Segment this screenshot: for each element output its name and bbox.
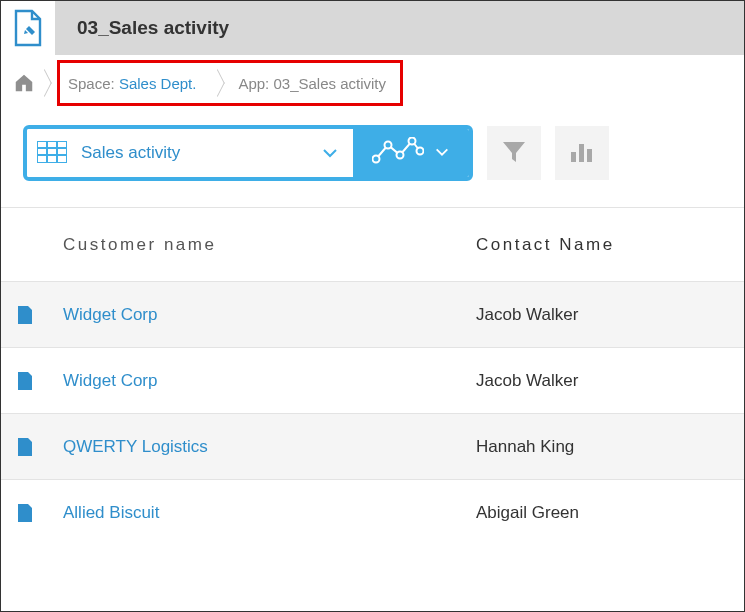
customer-link[interactable]: Widget Corp bbox=[63, 305, 157, 324]
view-selector-label: Sales activity bbox=[81, 143, 321, 163]
view-selector[interactable]: Sales activity bbox=[23, 125, 473, 181]
chevron-right-icon bbox=[37, 64, 55, 102]
breadcrumb: Space: Sales Dept. App: 03_Sales activit… bbox=[57, 60, 403, 106]
record-icon bbox=[1, 437, 49, 457]
chart-button[interactable] bbox=[555, 126, 609, 180]
table-row[interactable]: Widget Corp Jacob Walker bbox=[1, 347, 744, 413]
table-header-row: Customer name Contact Name bbox=[1, 207, 744, 281]
table-row[interactable]: Widget Corp Jacob Walker bbox=[1, 281, 744, 347]
view-graph-button[interactable] bbox=[353, 129, 469, 177]
record-icon bbox=[1, 503, 49, 523]
app-header: 03_Sales activity bbox=[1, 1, 744, 55]
breadcrumb-app-text: App: 03_Sales activity bbox=[238, 75, 386, 92]
view-toolbar: Sales activity bbox=[1, 111, 744, 207]
svg-rect-11 bbox=[579, 144, 584, 162]
breadcrumb-space-link[interactable]: Sales Dept. bbox=[119, 75, 197, 92]
app-doc-icon bbox=[1, 1, 55, 55]
svg-point-5 bbox=[373, 155, 380, 162]
grid-icon bbox=[37, 141, 67, 166]
breadcrumb-app: App: 03_Sales activity bbox=[238, 75, 386, 92]
contact-name: Jacob Walker bbox=[464, 305, 744, 325]
breadcrumb-row: Space: Sales Dept. App: 03_Sales activit… bbox=[1, 55, 744, 111]
funnel-icon bbox=[499, 137, 529, 170]
line-graph-icon bbox=[372, 137, 424, 170]
record-icon bbox=[1, 371, 49, 391]
filter-button[interactable] bbox=[487, 126, 541, 180]
record-icon bbox=[1, 305, 49, 325]
svg-point-8 bbox=[409, 137, 416, 144]
svg-point-9 bbox=[417, 147, 424, 154]
table-row[interactable]: Allied Biscuit Abigail Green bbox=[1, 479, 744, 545]
records-table: Customer name Contact Name Widget Corp J… bbox=[1, 207, 744, 545]
chevron-down-icon bbox=[434, 144, 450, 163]
customer-link[interactable]: QWERTY Logistics bbox=[63, 437, 208, 456]
page-title: 03_Sales activity bbox=[55, 17, 229, 39]
chevron-down-icon bbox=[321, 144, 339, 162]
view-selector-current[interactable]: Sales activity bbox=[27, 129, 353, 177]
svg-rect-0 bbox=[37, 141, 67, 163]
svg-point-7 bbox=[397, 151, 404, 158]
home-icon[interactable] bbox=[13, 72, 35, 94]
contact-name: Jacob Walker bbox=[464, 371, 744, 391]
svg-rect-10 bbox=[571, 152, 576, 162]
col-header-customer[interactable]: Customer name bbox=[49, 235, 464, 255]
customer-link[interactable]: Allied Biscuit bbox=[63, 503, 159, 522]
svg-point-6 bbox=[385, 141, 392, 148]
contact-name: Hannah King bbox=[464, 437, 744, 457]
table-row[interactable]: QWERTY Logistics Hannah King bbox=[1, 413, 744, 479]
chevron-right-icon bbox=[210, 64, 228, 102]
breadcrumb-space-prefix: Space: bbox=[68, 75, 119, 92]
bar-chart-icon bbox=[568, 138, 596, 169]
customer-link[interactable]: Widget Corp bbox=[63, 371, 157, 390]
contact-name: Abigail Green bbox=[464, 503, 744, 523]
svg-rect-12 bbox=[587, 149, 592, 162]
col-header-contact[interactable]: Contact Name bbox=[464, 235, 744, 255]
breadcrumb-space[interactable]: Space: Sales Dept. bbox=[68, 75, 196, 92]
